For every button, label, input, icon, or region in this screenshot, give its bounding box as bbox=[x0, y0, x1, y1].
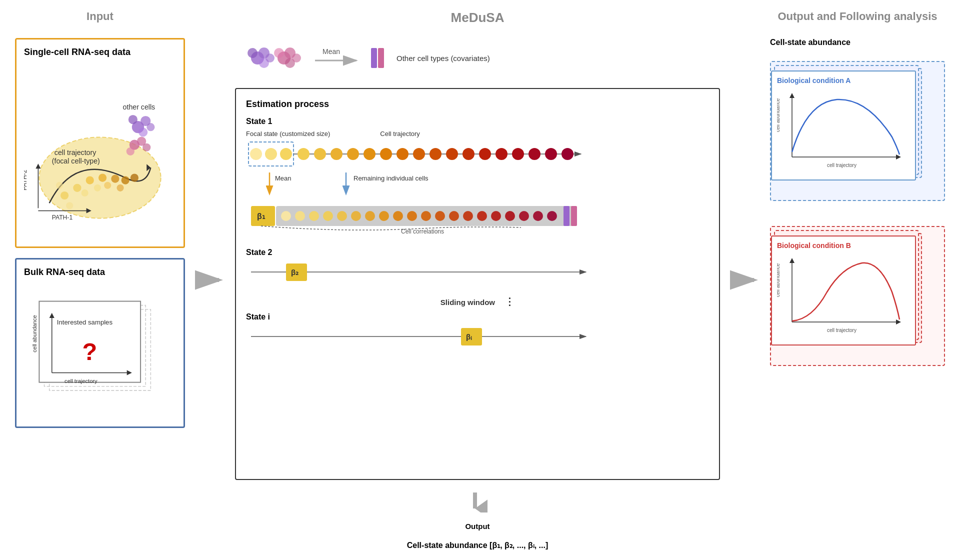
svg-point-5 bbox=[98, 174, 106, 182]
svg-point-66 bbox=[280, 148, 292, 160]
input-title: Input bbox=[15, 10, 185, 23]
svg-text:cell abundance: cell abundance bbox=[32, 315, 38, 352]
bio-a-chart: cell abundance cell trajectory bbox=[777, 87, 907, 172]
state2-title: State 2 bbox=[246, 248, 709, 257]
svg-text:β₁: β₁ bbox=[257, 212, 266, 220]
output-label: Output bbox=[235, 522, 720, 530]
svg-point-9 bbox=[56, 182, 63, 189]
svg-point-65 bbox=[265, 148, 277, 160]
output-arrow-svg bbox=[462, 492, 488, 512]
cell-trajectory-label: Cell trajectory bbox=[380, 130, 420, 138]
cell-state-abundance-formula: Cell-state abundance [β₁, β₂, ..., βᵢ, .… bbox=[235, 540, 720, 550]
svg-rect-59 bbox=[371, 48, 377, 68]
svg-point-73 bbox=[396, 148, 408, 160]
svg-point-68 bbox=[314, 148, 326, 160]
svg-point-11 bbox=[82, 190, 88, 196]
svg-point-103 bbox=[421, 211, 431, 221]
svg-point-75 bbox=[430, 148, 442, 160]
svg-point-112 bbox=[547, 211, 557, 221]
color-bars-svg bbox=[370, 46, 385, 70]
svg-text:cell trajectory: cell trajectory bbox=[827, 328, 856, 333]
svg-point-18 bbox=[138, 128, 148, 136]
statei-title: State i bbox=[246, 312, 709, 322]
svg-point-102 bbox=[407, 211, 417, 221]
mean-arrow-svg: Mean bbox=[312, 48, 362, 68]
statei-section: State i βᵢ bbox=[246, 312, 709, 350]
svg-text:PATH-2: PATH-2 bbox=[24, 170, 28, 190]
svg-point-14 bbox=[116, 184, 124, 192]
svg-point-83 bbox=[562, 148, 574, 160]
svg-point-55 bbox=[292, 54, 301, 62]
svg-point-22 bbox=[126, 148, 134, 156]
svg-point-6 bbox=[111, 174, 119, 182]
svg-point-48 bbox=[248, 48, 258, 58]
top-mean-area: Mean Other cell types (covariates) bbox=[235, 36, 720, 80]
middle-column: MeDuSA bbox=[235, 10, 720, 550]
state1-labels: Focal state (customized size) Cell traje… bbox=[246, 130, 709, 138]
left-column: Input Single-cell RNA-seq data bbox=[15, 10, 185, 550]
svg-point-4 bbox=[86, 176, 94, 184]
svg-text:Mean: Mean bbox=[275, 174, 292, 182]
svg-point-13 bbox=[104, 182, 111, 189]
svg-point-106 bbox=[463, 211, 473, 221]
svg-point-96 bbox=[323, 211, 333, 221]
output-area bbox=[235, 488, 720, 520]
svg-point-64 bbox=[250, 148, 262, 160]
cell-state-abundance-title: Cell-state abundance bbox=[770, 38, 945, 47]
svg-text:PATH-1: PATH-1 bbox=[52, 214, 73, 221]
svg-rect-113 bbox=[564, 206, 570, 226]
beta1-row-svg: β₁ bbox=[246, 198, 596, 234]
svg-point-82 bbox=[545, 148, 557, 160]
bulk-diagram: Interested samples cell abundance cell t… bbox=[24, 282, 176, 434]
svg-point-53 bbox=[274, 48, 284, 58]
middle-to-right-arrow bbox=[730, 10, 760, 550]
svg-point-71 bbox=[364, 148, 376, 160]
bio-panel-b: Biological condition B cell abundance ce… bbox=[770, 226, 945, 366]
svg-marker-129 bbox=[790, 93, 794, 98]
svg-point-77 bbox=[462, 148, 474, 160]
state2-svg: β₂ bbox=[246, 261, 596, 284]
svg-point-7 bbox=[122, 176, 130, 184]
svg-text:(focal cell-type): (focal cell-type) bbox=[52, 157, 100, 165]
svg-point-104 bbox=[435, 211, 445, 221]
svg-point-17 bbox=[128, 115, 138, 124]
svg-text:Remaining individual cells: Remaining individual cells bbox=[354, 174, 428, 182]
scrna-title: Single-cell RNA-seq data bbox=[24, 47, 176, 58]
svg-point-93 bbox=[281, 211, 291, 221]
svg-point-23 bbox=[142, 144, 150, 152]
svg-marker-135 bbox=[790, 258, 794, 263]
state2-section: State 2 β₂ bbox=[246, 248, 709, 286]
svg-point-98 bbox=[351, 211, 361, 221]
svg-point-105 bbox=[449, 211, 459, 221]
svg-rect-114 bbox=[571, 206, 577, 226]
state1-title: State 1 bbox=[246, 117, 709, 126]
bulk-panel: Bulk RNA-seq data Interested samples cel… bbox=[15, 258, 185, 428]
medusa-title: MeDuSA bbox=[235, 10, 720, 26]
left-to-middle-arrow bbox=[195, 10, 225, 550]
svg-point-94 bbox=[295, 211, 305, 221]
svg-point-108 bbox=[491, 211, 501, 221]
bio-b-title: Biological condition B bbox=[777, 242, 910, 250]
svg-point-67 bbox=[298, 148, 310, 160]
svg-text:βᵢ: βᵢ bbox=[466, 332, 472, 341]
mean-remaining-arrows: Mean Remaining individual cells bbox=[246, 172, 596, 196]
bio-b-chart: cell abundance cell trajectory bbox=[777, 252, 907, 337]
svg-text:cell trajectory: cell trajectory bbox=[54, 148, 96, 156]
bio-panel-a: Biological condition A cell abundance ce… bbox=[770, 61, 945, 201]
svg-text:β₂: β₂ bbox=[291, 268, 298, 276]
svg-point-78 bbox=[479, 148, 491, 160]
svg-point-111 bbox=[533, 211, 543, 221]
svg-text:cell trajectory: cell trajectory bbox=[64, 378, 98, 384]
svg-text:cell abundance: cell abundance bbox=[777, 264, 780, 298]
output-title: Output and Following analysis bbox=[770, 10, 945, 23]
estimation-box: Estimation process State 1 Focal state (… bbox=[235, 88, 720, 480]
svg-point-76 bbox=[446, 148, 458, 160]
other-covariates-label: Other cell types (covariates) bbox=[396, 54, 490, 62]
svg-marker-28 bbox=[36, 164, 40, 168]
svg-point-81 bbox=[528, 148, 540, 160]
bio-inner-a: Biological condition A cell abundance ce… bbox=[771, 70, 916, 180]
svg-point-10 bbox=[66, 202, 73, 209]
svg-text:Mean: Mean bbox=[322, 48, 340, 56]
svg-point-80 bbox=[512, 148, 524, 160]
svg-point-3 bbox=[73, 184, 81, 192]
